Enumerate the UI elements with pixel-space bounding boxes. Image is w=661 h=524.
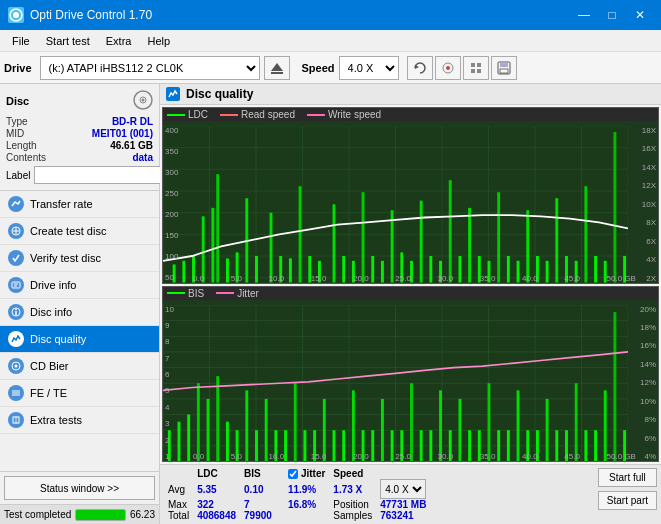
disc-info-icon — [8, 304, 24, 320]
disc-quality-header-icon — [166, 87, 180, 101]
sidebar-label-create-test-disc: Create test disc — [30, 225, 106, 237]
disc-label-row: Label — [6, 166, 153, 184]
total-bis: 79900 — [240, 510, 276, 521]
sidebar-item-verify-test-disc[interactable]: Verify test disc — [0, 245, 159, 272]
app-icon — [8, 7, 24, 23]
disc-contents-row: Contents data — [6, 152, 153, 163]
start-part-button[interactable]: Start part — [598, 491, 657, 510]
svg-point-6 — [446, 66, 450, 70]
action-buttons: Start full Start part — [598, 468, 657, 510]
save-button[interactable] — [491, 56, 517, 80]
svg-marker-4 — [415, 65, 419, 69]
svg-rect-84 — [468, 208, 471, 283]
chart1-svg — [163, 126, 628, 283]
disc-type-row: Type BD-R DL — [6, 116, 153, 127]
sidebar-item-extra-tests[interactable]: Extra tests — [0, 407, 159, 434]
burn-button[interactable] — [435, 56, 461, 80]
disc-type-label: Type — [6, 116, 28, 127]
speed-label: Speed — [302, 62, 335, 74]
sidebar-item-drive-info[interactable]: Drive info — [0, 272, 159, 299]
disc-length-value: 46.61 GB — [110, 140, 153, 151]
sidebar-label-verify-test-disc: Verify test disc — [30, 252, 101, 264]
menu-start-test[interactable]: Start test — [38, 33, 98, 49]
transfer-rate-icon — [8, 196, 24, 212]
title-bar-title: Opti Drive Control 1.70 — [30, 8, 152, 22]
menu-extra[interactable]: Extra — [98, 33, 140, 49]
sidebar-label-drive-info: Drive info — [30, 279, 76, 291]
svg-rect-142 — [352, 390, 355, 461]
speed-select[interactable]: 4.0 X — [339, 56, 399, 80]
svg-rect-168 — [604, 390, 607, 461]
stats-bar: LDC BIS Jitter Speed Avg 5.35 0.10 — [160, 464, 661, 524]
svg-rect-7 — [471, 63, 475, 67]
menu-help[interactable]: Help — [139, 33, 178, 49]
disc-panel-title: Disc — [6, 95, 29, 107]
disc-header: Disc — [6, 90, 153, 112]
legend-read-speed: Read speed — [241, 109, 295, 120]
svg-rect-58 — [211, 208, 214, 283]
speed-select-stats[interactable]: 4.0 X — [380, 479, 426, 499]
drive-select[interactable]: (k:) ATAPI iHBS112 2 CL0K — [40, 56, 260, 80]
svg-rect-159 — [517, 390, 520, 461]
sidebar-label-disc-info: Disc info — [30, 306, 72, 318]
progress-value: 66.23 — [130, 509, 155, 520]
svg-point-16 — [142, 99, 145, 102]
close-button[interactable]: ✕ — [627, 5, 653, 25]
svg-rect-169 — [613, 312, 616, 461]
svg-rect-70 — [333, 204, 336, 282]
legend-bis: BIS — [188, 288, 204, 299]
drive-label: Drive — [4, 62, 32, 74]
svg-rect-99 — [613, 132, 616, 282]
total-label: Total — [164, 510, 193, 521]
disc-mid-label: MID — [6, 128, 24, 139]
svg-rect-8 — [477, 63, 481, 67]
disc-label-input[interactable] — [34, 166, 167, 184]
disc-length-row: Length 46.61 GB — [6, 140, 153, 151]
svg-rect-93 — [555, 198, 558, 282]
position-label: Position — [329, 499, 376, 510]
legend-ldc: LDC — [188, 109, 208, 120]
svg-rect-21 — [12, 282, 20, 288]
svg-rect-148 — [410, 383, 413, 461]
svg-rect-90 — [526, 210, 529, 282]
disc-length-label: Length — [6, 140, 37, 151]
svg-rect-151 — [439, 390, 442, 461]
sidebar-bottom: Status window >> Test completed 66.23 — [0, 471, 159, 524]
refresh-button[interactable] — [407, 56, 433, 80]
sidebar-item-fe-te[interactable]: FE / TE — [0, 380, 159, 407]
svg-rect-3 — [271, 72, 283, 74]
progress-bar — [75, 509, 126, 521]
sidebar-status-bar: Test completed 66.23 — [0, 504, 159, 524]
disc-panel-icon — [133, 90, 153, 112]
jitter-checkbox[interactable] — [288, 469, 298, 479]
minimize-button[interactable]: — — [571, 5, 597, 25]
sidebar-item-disc-info[interactable]: Disc info — [0, 299, 159, 326]
sidebar-item-create-test-disc[interactable]: Create test disc — [0, 218, 159, 245]
sidebar-item-disc-quality[interactable]: Disc quality — [0, 326, 159, 353]
svg-rect-126 — [197, 383, 200, 461]
settings-button[interactable] — [463, 56, 489, 80]
svg-rect-165 — [575, 383, 578, 461]
disc-contents-value: data — [132, 152, 153, 163]
svg-rect-67 — [299, 186, 302, 282]
sidebar-item-cd-bier[interactable]: CD Bier — [0, 353, 159, 380]
sidebar-label-disc-quality: Disc quality — [30, 333, 86, 345]
max-bis: 7 — [240, 499, 276, 510]
status-window-button[interactable]: Status window >> — [4, 476, 155, 500]
sidebar-item-transfer-rate[interactable]: Transfer rate — [0, 191, 159, 218]
svg-rect-59 — [216, 174, 219, 282]
cd-bier-icon — [8, 358, 24, 374]
sidebar: Disc Type BD-R DL MID MEIT01 (001) Lengt… — [0, 84, 160, 524]
drive-info-icon — [8, 277, 24, 293]
start-full-button[interactable]: Start full — [598, 468, 657, 487]
max-ldc: 322 — [193, 499, 240, 510]
eject-button[interactable] — [264, 56, 290, 80]
menu-file[interactable]: File — [4, 33, 38, 49]
disc-label-label: Label — [6, 170, 30, 181]
svg-rect-13 — [500, 69, 508, 73]
disc-mid-row: MID MEIT01 (001) — [6, 128, 153, 139]
svg-rect-12 — [500, 62, 508, 67]
maximize-button[interactable]: □ — [599, 5, 625, 25]
svg-rect-128 — [216, 376, 219, 461]
jitter-label: Jitter — [301, 468, 325, 479]
